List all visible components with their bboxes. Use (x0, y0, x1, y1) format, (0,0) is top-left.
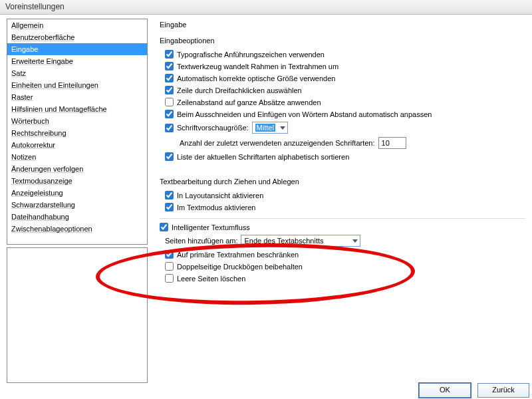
dropdown-seiten-hinzufuegen[interactable]: Ende des Textabschnitts (241, 235, 360, 247)
label-doppelseitige-druckboegen: Doppelseitige Druckbögen beibehalten (177, 263, 303, 271)
label-seiten-hinzufuegen: Seiten hinzufügen am: (165, 237, 237, 245)
checkbox-dreifachklick[interactable] (165, 86, 174, 94)
label-anzahl-schriftarten: Anzahl der zuletzt verwendeten anzuzeige… (180, 139, 375, 147)
section-eingabeoptionen: Eingabeoptionen (160, 37, 525, 45)
label-intelligenter-textumfluss: Intelligenter Textumfluss (172, 223, 250, 231)
label-auto-optische-groesse: Automatisch korrekte optische Größe verw… (177, 74, 335, 82)
window-titlebar: Voreinstellungen (0, 0, 532, 15)
sidebar-item-rechtschreibung[interactable]: Rechtschreibung (7, 127, 147, 139)
sidebar-item-schwarzdarstellung[interactable]: Schwarzdarstellung (7, 199, 147, 211)
sidebar-item-textmodusanzeige[interactable]: Textmodusanzeige (7, 175, 147, 187)
checkbox-zeilenabstand-absaetze[interactable] (165, 98, 174, 106)
dropdown-schriftvorschaugroesse-value: Mittel (255, 124, 275, 132)
sidebar-item-autokorrektur[interactable]: Autokorrektur (7, 139, 147, 151)
sidebar-item-anzeigeleistung[interactable]: Anzeigeleistung (7, 187, 147, 199)
label-schriftvorschau: Schriftvorschaugröße: (177, 124, 249, 132)
sidebar-item-hilfslinien-und-montagefl-che[interactable]: Hilfslinien und Montagefläche (7, 103, 147, 115)
sidebar-item-erweiterte-eingabe[interactable]: Erweiterte Eingabe (7, 55, 147, 67)
checkbox-typografische-anfuehrungszeichen[interactable] (165, 50, 174, 59)
sidebar-preview-box (7, 247, 148, 383)
label-textmodus: Im Textmodus aktivieren (177, 203, 255, 211)
checkbox-abstand-anpassen[interactable] (165, 110, 174, 118)
dropdown-seiten-hinzufuegen-value: Ende des Textabschnitts (244, 237, 323, 245)
checkbox-primaere-textrahmen[interactable] (165, 250, 174, 259)
checkbox-textmodus[interactable] (165, 203, 174, 211)
input-anzahl-schriftarten[interactable] (378, 137, 406, 149)
checkbox-schriftvorschau[interactable] (165, 124, 174, 132)
label-abstand-anpassen: Beim Ausschneiden und Einfügen von Wörte… (177, 110, 432, 118)
label-zeilenabstand-absaetze: Zeilenabstand auf ganze Absätze anwenden (177, 98, 321, 106)
ok-button[interactable]: OK (419, 383, 471, 398)
label-leere-seiten-loeschen: Leere Seiten löschen (177, 275, 245, 283)
back-button[interactable]: Zurück (477, 383, 529, 398)
page-heading: Eingabe (160, 21, 525, 29)
sidebar-item-w-rterbuch[interactable]: Wörterbuch (7, 115, 147, 127)
label-schriftarten-sortieren: Liste der aktuellen Schriftarten alphabe… (177, 153, 349, 161)
dropdown-schriftvorschaugroesse[interactable]: Mittel (252, 122, 288, 134)
label-typografische-anfuehrungszeichen: Typografische Anführungszeichen verwende… (177, 51, 325, 59)
sidebar-item-benutzeroberfl-che[interactable]: Benutzeroberfläche (7, 31, 147, 43)
sidebar-item-einheiten-und-einteilungen[interactable]: Einheiten und Einteilungen (7, 79, 147, 91)
checkbox-auto-optische-groesse[interactable] (165, 74, 174, 82)
sidebar-item-eingabe[interactable]: Eingabe (7, 43, 147, 55)
checkbox-leere-seiten-loeschen[interactable] (165, 274, 174, 283)
sidebar-item-dateihandhabung[interactable]: Dateihandhabung (7, 211, 147, 223)
label-layoutansicht: In Layoutansicht aktivieren (177, 192, 263, 200)
checkbox-layoutansicht[interactable] (165, 191, 174, 200)
label-primaere-textrahmen: Auf primäre Textrahmen beschränken (177, 251, 299, 259)
window-title: Voreinstellungen (5, 2, 65, 11)
checkbox-schriftarten-sortieren[interactable] (165, 152, 174, 161)
checkbox-intelligenter-textumfluss[interactable] (160, 223, 168, 231)
sidebar-item-notizen[interactable]: Notizen (7, 151, 147, 163)
category-list[interactable]: AllgemeinBenutzeroberflächeEingabeErweit… (7, 19, 148, 245)
sidebar-item--nderungen-verfolgen[interactable]: Änderungen verfolgen (7, 163, 147, 175)
section-ziehen-ablegen: Textbearbeitung durch Ziehen und Ablegen (160, 178, 525, 186)
sidebar-item-allgemein[interactable]: Allgemein (7, 19, 147, 31)
sidebar-item-satz[interactable]: Satz (7, 67, 147, 79)
label-dreifachklick: Zeile durch Dreifachklicken auswählen (177, 86, 302, 94)
sidebar-item-zwischenablageoptionen[interactable]: Zwischenablageoptionen (7, 223, 147, 235)
checkbox-doppelseitige-druckboegen[interactable] (165, 262, 174, 271)
checkbox-textwerkzeug-rahmen[interactable] (165, 62, 174, 70)
label-textwerkzeug-rahmen: Textwerkzeug wandelt Rahmen in Textrahme… (177, 63, 338, 70)
sidebar-item-raster[interactable]: Raster (7, 91, 147, 103)
